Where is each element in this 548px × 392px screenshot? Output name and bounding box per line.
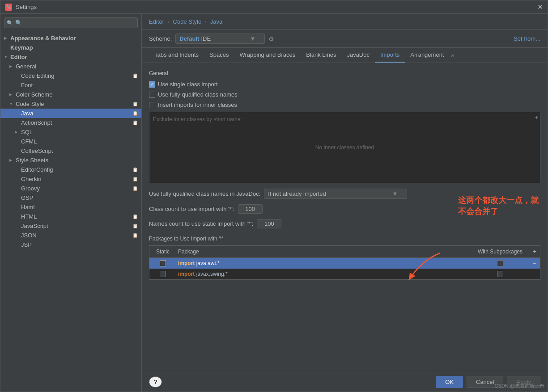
tab-more[interactable]: » <box>449 48 456 62</box>
sidebar-item-json[interactable]: JSON 📋 <box>0 231 141 240</box>
names-count-input[interactable] <box>257 219 281 228</box>
bottom-bar: ? OK Cancel Apply <box>142 372 548 392</box>
checkbox-row-fully-qualified: Use fully qualified class names <box>149 91 540 98</box>
subpackage-checkbox-cell <box>471 259 529 267</box>
tab-imports[interactable]: Imports <box>375 48 405 63</box>
exclude-add-button[interactable]: + <box>535 114 538 121</box>
table-row[interactable]: import javax.swing.* <box>149 269 540 279</box>
col-header-package: Package <box>176 248 471 256</box>
ok-button[interactable]: OK <box>436 376 463 388</box>
subpackage-checkbox-cell <box>471 270 529 278</box>
sidebar-item-code-editing[interactable]: Code Editing 📋 <box>0 71 141 80</box>
sidebar-item-style-sheets[interactable]: ▶ Style Sheets <box>0 156 141 165</box>
sidebar-item-label: Code Style <box>16 101 44 107</box>
subpackages-checkbox[interactable] <box>497 260 503 266</box>
javadoc-select[interactable]: If not already imported ▼ <box>264 189 407 199</box>
titlebar: 🔧 Settings ✕ <box>0 0 548 14</box>
breadcrumb-sep2: › <box>205 18 208 25</box>
class-count-input[interactable] <box>238 204 263 214</box>
sidebar-item-jsp[interactable]: JSP <box>0 240 141 249</box>
copy-icon: 📋 <box>132 111 138 116</box>
sidebar-item-label: Editor <box>10 54 27 60</box>
table-header: Static Package With Subpackages + <box>149 246 540 258</box>
scheme-dropdown[interactable]: Default IDE ▼ <box>175 34 265 44</box>
help-button[interactable]: ? <box>149 376 162 388</box>
remove-package-button[interactable]: − <box>529 260 540 267</box>
breadcrumb: Editor › Code Style › Java <box>142 14 548 30</box>
breadcrumb-editor[interactable]: Editor <box>149 18 164 25</box>
breadcrumb-code-style[interactable]: Code Style <box>173 18 202 25</box>
sidebar-item-label: Color Scheme <box>16 91 52 98</box>
set-from-link[interactable]: Set from... <box>514 35 540 42</box>
checkbox-fully-qualified-label: Use fully qualified class names <box>158 91 238 98</box>
static-checkbox[interactable] <box>160 271 166 277</box>
copy-icon: 📋 <box>132 214 138 219</box>
checkbox-single-class-label: Use single class import <box>158 81 218 88</box>
sidebar-item-label: CFML <box>21 138 37 145</box>
sidebar-item-font[interactable]: Font <box>0 80 141 90</box>
scheme-ide-text: IDE <box>201 35 211 42</box>
sidebar-item-groovy[interactable]: Groovy 📋 <box>0 184 141 193</box>
sidebar-item-keymap[interactable]: Keymap <box>0 43 141 52</box>
sidebar-item-haml[interactable]: Haml <box>0 202 141 212</box>
copy-icon: 📋 <box>132 73 138 78</box>
sidebar-item-code-style[interactable]: ▼ Code Style 📋 <box>0 99 141 109</box>
static-checkbox[interactable] <box>160 260 166 266</box>
sidebar-item-editorconfig[interactable]: EditorConfig 📋 <box>0 165 141 174</box>
search-box: 🔍 <box>4 17 138 28</box>
checkbox-single-class[interactable]: ✓ <box>149 81 155 88</box>
static-checkbox-cell <box>149 270 176 278</box>
check-icon: ✓ <box>150 82 154 87</box>
tab-arrangement[interactable]: Arrangement <box>405 48 449 63</box>
sidebar-item-java[interactable]: Java 📋 <box>0 109 141 118</box>
class-count-row: Class count to use import with '*': <box>149 204 540 214</box>
checkbox-fully-qualified[interactable] <box>149 92 155 98</box>
sidebar-item-label: JavaScript <box>21 223 48 229</box>
sidebar-item-label: General <box>16 63 36 70</box>
sidebar-item-color-scheme[interactable]: ▶ Color Scheme <box>0 90 141 99</box>
collapse-icon: ▼ <box>9 102 15 106</box>
tab-blank-lines[interactable]: Blank Lines <box>301 48 341 63</box>
tab-wrapping[interactable]: Wrapping and Braces <box>234 48 301 63</box>
search-icon: 🔍 <box>7 20 13 26</box>
search-input[interactable] <box>4 17 138 28</box>
general-section-title: General <box>149 70 540 76</box>
packages-table: Static Package With Subpackages + <box>149 245 540 280</box>
sidebar-item-label: Groovy <box>21 185 40 192</box>
breadcrumb-java[interactable]: Java <box>210 18 222 25</box>
package-cell: import javax.swing.* <box>176 270 471 278</box>
sidebar-item-actionscript[interactable]: ActionScript 📋 <box>0 118 141 127</box>
table-row[interactable]: import java.awt.* − <box>149 258 540 269</box>
add-package-button[interactable]: + <box>529 248 540 256</box>
sidebar-item-editor[interactable]: ▼ Editor <box>0 52 141 62</box>
scheme-bar: Scheme: Default IDE ▼ ⚙ Set from... <box>142 30 548 48</box>
import-text: javax.swing.* <box>196 271 228 277</box>
checkbox-insert-imports[interactable] <box>149 102 155 108</box>
sidebar-item-javascript[interactable]: JavaScript 📋 <box>0 221 141 231</box>
tab-tabs-indents[interactable]: Tabs and Indents <box>149 48 204 63</box>
collapse-icon: ▼ <box>4 55 9 59</box>
tabs-bar: Tabs and Indents Spaces Wrapping and Bra… <box>142 48 548 63</box>
javadoc-label: Use fully qualified class names in JavaD… <box>149 190 260 197</box>
panel-content: General ✓ Use single class import Use fu… <box>142 63 548 372</box>
breadcrumb-sep1: › <box>168 18 171 25</box>
sidebar-item-coffeescript[interactable]: CoffeeScript <box>0 146 141 156</box>
sidebar-item-general[interactable]: ▶ General <box>0 62 141 71</box>
tab-spaces[interactable]: Spaces <box>204 48 234 63</box>
copy-icon: 📋 <box>132 167 138 172</box>
scheme-gear-icon[interactable]: ⚙ <box>268 35 274 42</box>
sidebar-item-label: EditorConfig <box>21 166 53 173</box>
close-button[interactable]: ✕ <box>537 3 543 11</box>
sidebar-item-sql[interactable]: ▶ SQL <box>0 127 141 137</box>
subpackages-checkbox[interactable] <box>497 271 503 277</box>
sidebar-tree: ▶ Appearance & Behavior Keymap ▼ Editor … <box>0 32 141 392</box>
sidebar-item-gherkin[interactable]: Gherkin 📋 <box>0 174 141 184</box>
sidebar-item-cfml[interactable]: CFML <box>0 137 141 146</box>
sidebar-item-appearance[interactable]: ▶ Appearance & Behavior <box>0 34 141 43</box>
exclude-wrapper: Exclude inner classes by short name: No … <box>149 112 540 183</box>
sidebar-item-html[interactable]: HTML 📋 <box>0 212 141 221</box>
collapse-icon: ▶ <box>9 64 15 68</box>
collapse-icon: ▶ <box>15 130 20 134</box>
tab-javadoc[interactable]: JavaDoc <box>341 48 375 63</box>
sidebar-item-gsp[interactable]: GSP <box>0 193 141 202</box>
